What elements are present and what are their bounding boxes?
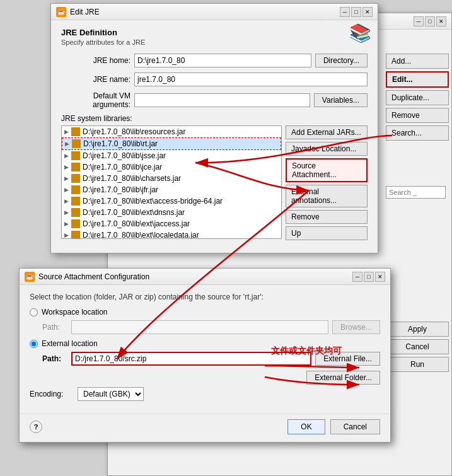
list-item[interactable]: ▶ D:\jre1.7.0_80\lib\jfr.jar (62, 184, 281, 195)
path-label-disabled: Path: (42, 323, 67, 332)
source-close-btn[interactable]: ✕ (375, 272, 385, 282)
jar-icon (71, 127, 80, 136)
add-button[interactable]: Add... (386, 54, 449, 69)
jar-icon (71, 185, 80, 194)
run-button[interactable]: Run (386, 357, 449, 372)
remove-button[interactable]: Remove (386, 108, 449, 123)
source-dialog-title: Source Attachment Configuration (38, 272, 149, 281)
jre-maximize-btn[interactable]: □ (351, 7, 361, 17)
workspace-radio-label: Workspace location (42, 308, 108, 316)
jre-heading: JRE Definition (61, 28, 368, 37)
bg-maximize-btn[interactable]: □ (425, 16, 435, 26)
list-item-selected[interactable]: ▶ D:\jre1.7.0_80\lib\rt.jar (62, 137, 281, 150)
library-buttons: Add External JARs... Javadoc Location...… (286, 125, 368, 240)
help-icon[interactable]: ? (30, 421, 42, 433)
ok-button[interactable]: OK (287, 419, 325, 434)
external-radio-label: External location (42, 339, 98, 348)
chinese-annotation: 文件或文件夹均可 (271, 345, 342, 357)
source-dialog-titlebar: ☕ Source Attachment Configuration ─ □ ✕ (20, 269, 390, 285)
expand-arrow: ▶ (64, 175, 69, 182)
edit-button[interactable]: Edit... (386, 71, 449, 88)
expand-arrow: ▶ (64, 209, 69, 216)
right-panel: Add... Edit... Duplicate... Remove Searc… (383, 50, 452, 144)
bg-minimize-btn[interactable]: ─ (414, 16, 424, 26)
jre-home-label: JRE home: (61, 56, 130, 65)
jar-icon (72, 139, 81, 148)
source-cancel-button[interactable]: Cancel (330, 419, 380, 434)
expand-arrow: ▶ (64, 187, 69, 193)
source-minimize-btn[interactable]: ─ (352, 272, 362, 282)
list-item[interactable]: ▶ D:\jre1.7.0_80\lib\ext\jaccess.jar (62, 218, 281, 229)
cancel-button[interactable]: Cancel (386, 339, 449, 354)
list-item[interactable]: ▶ D:\jre1.7.0_80\lib\ext\access-bridge-6… (62, 195, 281, 207)
jar-icon (71, 163, 80, 171)
jar-icon (71, 197, 80, 206)
search-input[interactable] (386, 186, 446, 199)
expand-arrow: ▶ (64, 198, 69, 204)
jre-minimize-btn[interactable]: ─ (340, 7, 350, 17)
jar-icon (71, 208, 80, 217)
encoding-select[interactable]: Default (GBK) (78, 387, 144, 401)
jar-icon (71, 174, 80, 183)
jre-close-btn[interactable]: ✕ (362, 7, 373, 17)
bg-close-btn[interactable]: ✕ (436, 16, 446, 26)
source-dialog-icon: ☕ (25, 272, 35, 282)
duplicate-button[interactable]: Duplicate... (386, 90, 449, 105)
jar-icon (71, 151, 80, 160)
default-vm-input[interactable] (134, 93, 310, 107)
list-item[interactable]: ▶ D:\jre1.7.0_80\lib\jce.jar (62, 161, 281, 173)
workspace-radio[interactable] (30, 308, 38, 316)
javadoc-location-btn[interactable]: Javadoc Location... (286, 142, 368, 156)
source-maximize-btn[interactable]: □ (364, 272, 374, 282)
expand-arrow: ▶ (64, 232, 69, 238)
default-vm-row: Default VM arguments: Variables... (61, 91, 368, 109)
jre-name-input[interactable] (134, 73, 368, 86)
lib-path: D:\jre1.7.0_80\lib\ext\dnsns.jar (83, 208, 185, 217)
search-button[interactable]: Search... (386, 125, 449, 141)
jre-dialog-header: JRE Definition Specify attributes for a … (61, 28, 368, 46)
lib-path: D:\jre1.7.0_80\lib\ext\access-bridge-64.… (83, 197, 223, 206)
default-vm-label: Default VM arguments: (61, 91, 130, 109)
search-area (383, 183, 452, 202)
external-folder-btn[interactable]: External Folder... (306, 371, 380, 385)
lib-path: D:\jre1.7.0_80\lib\rt.jar (83, 139, 158, 148)
jre-home-row: JRE home: Directory... (61, 54, 368, 67)
list-item[interactable]: ▶ D:\jre1.7.0_80\lib\ext\dnsns.jar (62, 207, 281, 218)
expand-arrow: ▶ (64, 153, 69, 159)
lib-path: D:\jre1.7.0_80\lib\ext\jaccess.jar (83, 219, 190, 228)
lib-path: D:\jre1.7.0_80\lib\charsets.jar (83, 174, 181, 183)
external-radio[interactable] (30, 340, 38, 348)
lib-up-btn[interactable]: Up (286, 226, 368, 240)
jre-subheading: Specify attributes for a JRE (61, 38, 368, 46)
add-external-jars-btn[interactable]: Add External JARs... (286, 125, 368, 139)
apply-button[interactable]: Apply (386, 322, 449, 337)
ext-folder-row: External Folder... (30, 371, 380, 385)
apply-cancel-area: Apply Cancel Run (383, 318, 452, 375)
list-item[interactable]: ▶ D:\jre1.7.0_80\lib\resources.jar (62, 126, 281, 137)
external-annotations-btn[interactable]: External annotations... (286, 185, 368, 207)
library-list[interactable]: ▶ D:\jre1.7.0_80\lib\resources.jar ▶ D:\… (61, 125, 282, 239)
list-item[interactable]: ▶ D:\jre1.7.0_80\lib\ext\localedata.jar (62, 229, 281, 239)
jre-home-input[interactable] (134, 54, 311, 67)
lib-path: D:\jre1.7.0_80\lib\resources.jar (83, 127, 185, 136)
expand-arrow: ▶ (65, 141, 69, 147)
lib-path: D:\jre1.7.0_80\lib\jfr.jar (83, 185, 158, 194)
encoding-label: Encoding: (30, 390, 74, 398)
libraries-container: ▶ D:\jre1.7.0_80\lib\resources.jar ▶ D:\… (61, 125, 368, 240)
jar-icon (71, 231, 80, 239)
list-item[interactable]: ▶ D:\jre1.7.0_80\lib\jsse.jar (62, 150, 281, 161)
edit-jre-titlebar: ☕ Edit JRE ─ □ ✕ (51, 4, 378, 20)
libraries-label: JRE system libraries: (61, 114, 368, 123)
jar-icon (71, 219, 80, 228)
workspace-path-row: Path: Browse... (30, 320, 380, 334)
list-item[interactable]: ▶ D:\jre1.7.0_80\lib\charsets.jar (62, 173, 281, 184)
edit-jre-title: Edit JRE (70, 8, 100, 16)
edit-jre-dialog: ☕ Edit JRE ─ □ ✕ 📚 JRE Definition Specif… (50, 3, 378, 253)
variables-btn[interactable]: Variables... (314, 93, 368, 107)
source-attachment-btn[interactable]: Source Attachment... (286, 158, 368, 182)
lib-path: D:\jre1.7.0_80\lib\ext\localedata.jar (83, 231, 199, 239)
encoding-row: Encoding: Default (GBK) (30, 387, 380, 401)
source-footer: ? OK Cancel (20, 414, 390, 442)
jre-home-btn[interactable]: Directory... (315, 54, 368, 67)
lib-remove-btn[interactable]: Remove (286, 210, 368, 224)
